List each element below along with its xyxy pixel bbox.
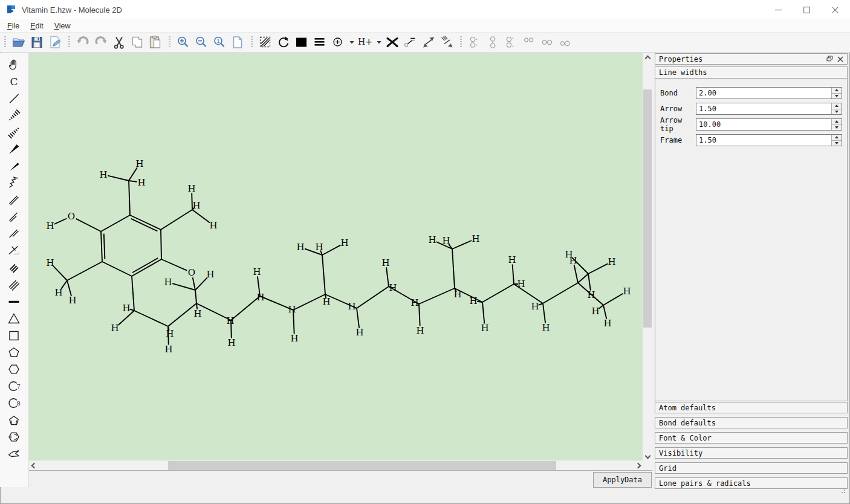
ring-link-horizontal-icon[interactable] <box>538 33 556 51</box>
vertical-scrollbar[interactable] <box>643 53 652 460</box>
apply-data-button[interactable]: ApplyData <box>593 472 652 488</box>
copy-icon[interactable] <box>128 33 146 51</box>
frame-spin-up-button[interactable] <box>832 135 842 140</box>
scroll-down-button[interactable] <box>643 451 652 460</box>
frame-spin-down-button[interactable] <box>832 140 842 146</box>
delete-x-icon[interactable] <box>383 33 401 51</box>
ring-pair-vertical-icon[interactable] <box>466 33 484 51</box>
ring-pair-dots-icon[interactable] <box>502 33 520 51</box>
cut-icon[interactable] <box>110 33 128 51</box>
vertical-scroll-thumb[interactable] <box>643 89 652 328</box>
arrow-spin-up-button[interactable] <box>832 103 842 109</box>
rotate-icon[interactable] <box>274 33 293 51</box>
dropdown-caret-icon[interactable] <box>347 33 356 51</box>
open-file-icon[interactable] <box>10 33 28 51</box>
export-file-icon[interactable] <box>46 33 64 51</box>
section-lone-pairs-radicals[interactable]: Lone pairs & radicals <box>655 477 848 489</box>
scroll-up-button[interactable] <box>643 53 652 63</box>
tool-ring-cyclopentadiene[interactable] <box>2 412 26 428</box>
close-panel-button[interactable] <box>835 54 845 64</box>
tool-ring-benzene[interactable] <box>2 428 26 445</box>
zoom-out-icon[interactable] <box>192 33 210 51</box>
bond-screw-icon[interactable] <box>438 33 456 51</box>
menu-edit[interactable]: Edit <box>25 21 49 31</box>
tool-bond-double-right[interactable] <box>2 225 26 242</box>
toolbar-group-handle[interactable] <box>169 36 170 48</box>
maximize-button[interactable] <box>793 0 821 19</box>
frame-value-input[interactable] <box>696 135 831 146</box>
fit-page-icon[interactable] <box>229 33 247 51</box>
toolbar-group-handle[interactable] <box>4 36 6 48</box>
section-grid[interactable]: Grid <box>655 462 848 474</box>
molecule-drawing[interactable]: OHHHHHHHHHHOHHHHHHHHHHHHHHHHHHHHHHHHHHHH… <box>29 53 643 460</box>
section-visibility[interactable]: Visibility <box>655 447 848 459</box>
line-widths-section-header[interactable]: Line widths <box>655 67 847 79</box>
tool-bond-wedge[interactable] <box>2 158 26 175</box>
tool-ring-hexagon[interactable] <box>2 361 26 378</box>
tool-bond-hash-desc[interactable] <box>2 124 26 141</box>
resize-grip[interactable] <box>842 492 843 493</box>
minimize-button[interactable] <box>764 0 793 19</box>
horizontal-scrollbar[interactable] <box>29 460 643 471</box>
tool-bond-hash-asc[interactable] <box>2 107 26 124</box>
arrow-tip-value-input[interactable] <box>696 119 831 130</box>
bond-spin-down-button[interactable] <box>832 93 842 99</box>
dropdown-caret-icon[interactable] <box>374 33 383 51</box>
tool-ring-c8[interactable]: 8 <box>2 395 26 412</box>
select-hatch-icon[interactable] <box>256 33 274 51</box>
tool-bond-triple-short[interactable] <box>2 259 26 276</box>
tool-pan-hand[interactable] <box>2 56 26 73</box>
tool-ring-c7[interactable]: 7 <box>2 378 26 395</box>
menu-file[interactable]: File <box>2 21 25 31</box>
redo-icon[interactable] <box>92 33 110 51</box>
section-font-color[interactable]: Font & Color <box>655 432 848 444</box>
float-panel-button[interactable] <box>825 54 835 64</box>
zoom-actual-icon[interactable]: 1 <box>210 33 229 51</box>
close-button[interactable] <box>821 0 849 19</box>
ring-pair-small-icon[interactable] <box>520 33 538 51</box>
arrow-tip-spin-up-button[interactable] <box>832 119 842 124</box>
angle-tool-icon[interactable] <box>401 33 420 51</box>
toolbar-group-handle[interactable] <box>460 36 462 48</box>
tool-ring-pentagon[interactable] <box>2 344 26 361</box>
bond-spin-up-button[interactable] <box>832 88 842 93</box>
molecule-canvas[interactable]: OHHHHHHHHHHOHHHHHHHHHHHHHHHHHHHHHHHHHHHH… <box>29 53 643 460</box>
ring-pair-mixed-icon[interactable] <box>556 33 574 51</box>
save-file-icon[interactable] <box>28 33 46 51</box>
charge-plus-icon[interactable] <box>329 33 347 51</box>
hydrogen-plus-icon[interactable]: H+ <box>356 33 374 51</box>
titlebar: Vitamin E.hzw - Molecule 2D <box>0 0 850 19</box>
bond-adjust-icon[interactable] <box>420 33 438 51</box>
tool-ring-square[interactable] <box>2 327 26 344</box>
tool-atom-carbon[interactable]: C <box>2 73 26 90</box>
paste-icon[interactable] <box>146 33 164 51</box>
color-swatch-icon[interactable] <box>293 33 311 51</box>
section-atom-defaults[interactable]: Atom defaults <box>655 402 848 413</box>
tool-bond-cis-trans[interactable]: C/T <box>2 242 26 259</box>
svg-text:H: H <box>315 242 323 253</box>
tool-shape-polygon[interactable] <box>2 445 26 462</box>
arrow-spin-down-button[interactable] <box>832 109 842 115</box>
scroll-right-button[interactable] <box>633 460 643 471</box>
undo-icon[interactable] <box>74 33 92 51</box>
section-bond-defaults[interactable]: Bond defaults <box>655 417 848 428</box>
tool-bond-triple[interactable] <box>2 276 26 293</box>
bond-value-input[interactable] <box>696 88 831 99</box>
zoom-in-icon[interactable] <box>174 33 192 51</box>
horizontal-scroll-thumb[interactable] <box>168 461 556 470</box>
scroll-left-button[interactable] <box>29 460 39 471</box>
tool-bond-double-left[interactable] <box>2 208 26 225</box>
tool-bond-bold[interactable] <box>2 293 26 310</box>
ring-chain-vertical-icon[interactable] <box>484 33 502 51</box>
tool-bond-single[interactable] <box>2 90 26 107</box>
tool-bond-wedge-bold[interactable] <box>2 141 26 158</box>
tool-bond-double[interactable] <box>2 192 26 208</box>
toolbar-group-handle[interactable] <box>68 36 70 48</box>
tool-ring-triangle[interactable] <box>2 310 26 327</box>
arrow-tip-spin-down-button[interactable] <box>832 124 842 131</box>
arrow-value-input[interactable] <box>696 103 831 114</box>
menu-view[interactable]: View <box>49 21 76 31</box>
toolbar-group-handle[interactable] <box>251 36 253 48</box>
tool-bond-wavy[interactable] <box>2 175 26 192</box>
line-width-icon[interactable] <box>311 33 329 51</box>
